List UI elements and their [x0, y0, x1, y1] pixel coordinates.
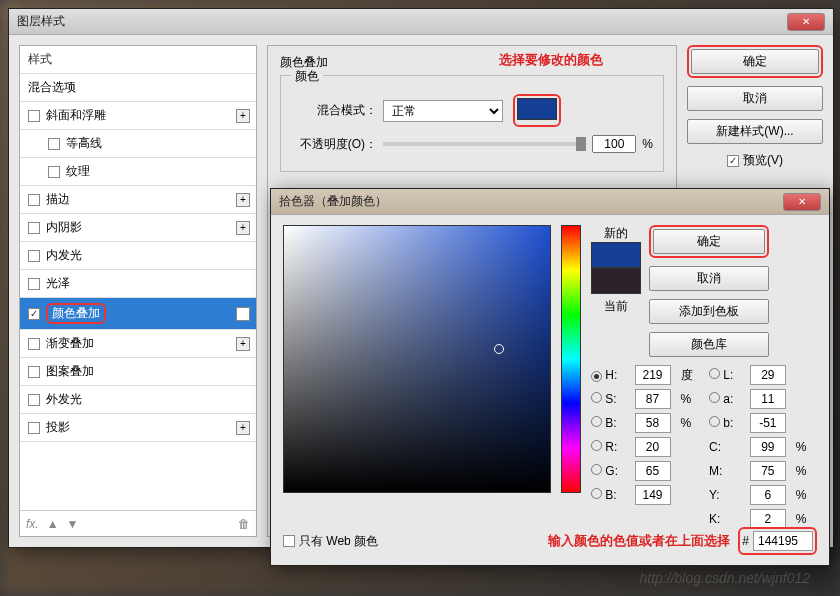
- color-field-input[interactable]: [635, 389, 671, 409]
- color-field-input[interactable]: [635, 413, 671, 433]
- new-label: 新的: [604, 225, 628, 242]
- style-label: 外发光: [46, 391, 82, 408]
- color-field-input[interactable]: [750, 413, 786, 433]
- cp-cancel-button[interactable]: 取消: [649, 266, 769, 291]
- titlebar[interactable]: 图层样式 ✕: [9, 9, 833, 35]
- style-label: 斜面和浮雕: [46, 107, 106, 124]
- radio[interactable]: [709, 368, 720, 379]
- section-title: 颜色叠加: [280, 54, 664, 71]
- color-swatch[interactable]: [517, 98, 557, 120]
- style-row[interactable]: 投影+: [20, 414, 256, 442]
- up-arrow-icon[interactable]: ▲: [47, 517, 59, 531]
- style-row[interactable]: 内阴影+: [20, 214, 256, 242]
- style-label: 描边: [46, 191, 70, 208]
- color-field-input[interactable]: [635, 365, 671, 385]
- checkbox-icon[interactable]: [28, 194, 40, 206]
- style-row[interactable]: ✓颜色叠加+: [20, 298, 256, 330]
- hex-prefix: #: [742, 534, 749, 548]
- close-icon[interactable]: ✕: [783, 193, 821, 211]
- style-row[interactable]: 内发光: [20, 242, 256, 270]
- checkbox-icon[interactable]: [28, 110, 40, 122]
- style-label: 内发光: [46, 247, 82, 264]
- blend-mode-select[interactable]: 正常: [383, 100, 503, 122]
- checkbox-icon[interactable]: [28, 366, 40, 378]
- plus-icon[interactable]: +: [236, 109, 250, 123]
- style-label: 渐变叠加: [46, 335, 94, 352]
- color-field-input[interactable]: [750, 437, 786, 457]
- styles-header[interactable]: 样式: [20, 46, 256, 74]
- style-row[interactable]: 描边+: [20, 186, 256, 214]
- cp-titlebar[interactable]: 拾色器（叠加颜色） ✕: [271, 189, 829, 215]
- opacity-input[interactable]: [592, 135, 636, 153]
- cancel-button[interactable]: 取消: [687, 86, 823, 111]
- fx-icon[interactable]: fx.: [26, 517, 39, 531]
- plus-icon[interactable]: +: [236, 193, 250, 207]
- style-row[interactable]: 图案叠加: [20, 358, 256, 386]
- checkbox-icon[interactable]: [48, 166, 60, 178]
- checkbox-icon[interactable]: [28, 278, 40, 290]
- style-row[interactable]: 斜面和浮雕+: [20, 102, 256, 130]
- sv-cursor-icon: [494, 344, 504, 354]
- blend-mode-label: 混合模式：: [291, 102, 377, 119]
- checkbox-icon[interactable]: [28, 338, 40, 350]
- checkbox-icon[interactable]: ✓: [28, 308, 40, 320]
- radio[interactable]: [591, 416, 602, 427]
- radio[interactable]: [591, 371, 602, 382]
- color-field-input[interactable]: [750, 365, 786, 385]
- pct-label: %: [642, 137, 653, 151]
- style-label: 光泽: [46, 275, 70, 292]
- hex-input[interactable]: [753, 531, 813, 551]
- style-row[interactable]: 纹理: [20, 158, 256, 186]
- style-row[interactable]: 光泽: [20, 270, 256, 298]
- color-field-input[interactable]: [750, 461, 786, 481]
- checkbox-icon[interactable]: [28, 394, 40, 406]
- color-lib-button[interactable]: 颜色库: [649, 332, 769, 357]
- add-swatch-button[interactable]: 添加到色板: [649, 299, 769, 324]
- plus-icon[interactable]: +: [236, 337, 250, 351]
- color-field-input[interactable]: [635, 437, 671, 457]
- trash-icon[interactable]: 🗑: [238, 517, 250, 531]
- new-color-swatch[interactable]: [591, 242, 641, 268]
- style-row[interactable]: 渐变叠加+: [20, 330, 256, 358]
- styles-panel: 样式混合选项斜面和浮雕+等高线纹理描边+内阴影+内发光光泽✓颜色叠加+渐变叠加+…: [19, 45, 257, 537]
- color-field-input[interactable]: [750, 485, 786, 505]
- sv-field[interactable]: [283, 225, 551, 493]
- opacity-label: 不透明度(O)：: [291, 136, 377, 153]
- web-only-checkbox[interactable]: 只有 Web 颜色: [283, 533, 378, 550]
- radio[interactable]: [591, 464, 602, 475]
- close-icon[interactable]: ✕: [787, 13, 825, 31]
- checkbox-icon[interactable]: [28, 250, 40, 262]
- radio[interactable]: [591, 488, 602, 499]
- checkbox-icon[interactable]: [28, 422, 40, 434]
- k-input[interactable]: [750, 509, 786, 529]
- color-field-input[interactable]: [635, 485, 671, 505]
- cp-ok-button[interactable]: 确定: [653, 229, 765, 254]
- blend-options-row[interactable]: 混合选项: [20, 74, 256, 102]
- ok-button[interactable]: 确定: [691, 49, 819, 74]
- radio[interactable]: [591, 440, 602, 451]
- style-label: 等高线: [66, 135, 102, 152]
- hue-strip[interactable]: [561, 225, 581, 493]
- checkbox-icon[interactable]: [48, 138, 60, 150]
- style-label: 投影: [46, 419, 70, 436]
- group-label: 颜色: [291, 68, 323, 85]
- style-row[interactable]: 等高线: [20, 130, 256, 158]
- radio[interactable]: [709, 392, 720, 403]
- radio[interactable]: [591, 392, 602, 403]
- plus-icon[interactable]: +: [236, 221, 250, 235]
- plus-icon[interactable]: +: [236, 307, 250, 321]
- preview-checkbox[interactable]: ✓预览(V): [687, 152, 823, 169]
- style-label: 图案叠加: [46, 363, 94, 380]
- current-color-swatch[interactable]: [591, 268, 641, 294]
- style-label: 内阴影: [46, 219, 82, 236]
- color-field-input[interactable]: [635, 461, 671, 481]
- new-style-button[interactable]: 新建样式(W)...: [687, 119, 823, 144]
- current-label: 当前: [604, 298, 628, 315]
- checkbox-icon[interactable]: [28, 222, 40, 234]
- radio[interactable]: [709, 416, 720, 427]
- down-arrow-icon[interactable]: ▼: [67, 517, 79, 531]
- opacity-slider[interactable]: [383, 142, 586, 146]
- plus-icon[interactable]: +: [236, 421, 250, 435]
- color-field-input[interactable]: [750, 389, 786, 409]
- style-row[interactable]: 外发光: [20, 386, 256, 414]
